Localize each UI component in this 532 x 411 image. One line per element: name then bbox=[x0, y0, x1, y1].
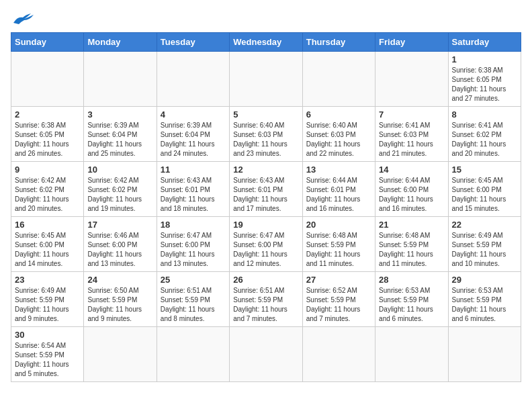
day-info: Sunrise: 6:48 AM Sunset: 5:59 PM Dayligh… bbox=[306, 231, 371, 269]
calendar-day: 18Sunrise: 6:47 AM Sunset: 6:00 PM Dayli… bbox=[157, 217, 229, 272]
calendar-week-3: 9Sunrise: 6:42 AM Sunset: 6:02 PM Daylig… bbox=[11, 162, 521, 217]
calendar-day: 23Sunrise: 6:49 AM Sunset: 5:59 PM Dayli… bbox=[11, 272, 84, 327]
header-cell-saturday: Saturday bbox=[448, 33, 521, 52]
calendar-day: 27Sunrise: 6:52 AM Sunset: 5:59 PM Dayli… bbox=[302, 272, 375, 327]
day-info: Sunrise: 6:40 AM Sunset: 6:03 PM Dayligh… bbox=[233, 121, 298, 158]
calendar-day bbox=[230, 52, 302, 107]
day-number: 3 bbox=[87, 109, 152, 120]
day-number: 1 bbox=[452, 54, 517, 64]
day-number: 22 bbox=[452, 220, 517, 230]
calendar-day: 8Sunrise: 6:41 AM Sunset: 6:02 PM Daylig… bbox=[448, 107, 521, 162]
calendar-day: 11Sunrise: 6:43 AM Sunset: 6:01 PM Dayli… bbox=[157, 162, 229, 217]
calendar-day: 12Sunrise: 6:43 AM Sunset: 6:01 PM Dayli… bbox=[230, 162, 302, 217]
calendar-day: 24Sunrise: 6:50 AM Sunset: 5:59 PM Dayli… bbox=[84, 272, 157, 327]
calendar-day bbox=[375, 52, 448, 107]
day-number: 16 bbox=[15, 220, 80, 230]
calendar-day bbox=[11, 52, 84, 107]
day-number: 2 bbox=[15, 109, 80, 120]
day-number: 23 bbox=[15, 275, 80, 285]
day-info: Sunrise: 6:51 AM Sunset: 5:59 PM Dayligh… bbox=[161, 286, 226, 324]
day-info: Sunrise: 6:39 AM Sunset: 6:04 PM Dayligh… bbox=[87, 121, 152, 158]
day-number: 10 bbox=[87, 165, 152, 175]
day-number: 13 bbox=[306, 165, 371, 175]
calendar-day: 2Sunrise: 6:38 AM Sunset: 6:05 PM Daylig… bbox=[11, 107, 84, 162]
calendar-table: SundayMondayTuesdayWednesdayThursdayFrid… bbox=[11, 32, 521, 382]
day-info: Sunrise: 6:53 AM Sunset: 5:59 PM Dayligh… bbox=[379, 286, 444, 324]
day-info: Sunrise: 6:43 AM Sunset: 6:01 PM Dayligh… bbox=[161, 176, 226, 214]
day-number: 20 bbox=[306, 220, 371, 230]
day-info: Sunrise: 6:46 AM Sunset: 6:00 PM Dayligh… bbox=[87, 231, 152, 269]
calendar-day: 26Sunrise: 6:51 AM Sunset: 5:59 PM Dayli… bbox=[230, 272, 302, 327]
logo-bird-icon bbox=[12, 11, 36, 26]
day-info: Sunrise: 6:44 AM Sunset: 6:00 PM Dayligh… bbox=[379, 176, 444, 214]
logo bbox=[11, 11, 36, 26]
calendar-day bbox=[84, 327, 157, 382]
calendar-day: 16Sunrise: 6:45 AM Sunset: 6:00 PM Dayli… bbox=[11, 217, 84, 272]
day-info: Sunrise: 6:44 AM Sunset: 6:01 PM Dayligh… bbox=[306, 176, 371, 214]
calendar-day: 17Sunrise: 6:46 AM Sunset: 6:00 PM Dayli… bbox=[84, 217, 157, 272]
calendar-day bbox=[302, 327, 375, 382]
header-cell-wednesday: Wednesday bbox=[230, 33, 302, 52]
day-number: 26 bbox=[233, 275, 298, 285]
day-number: 28 bbox=[379, 275, 444, 285]
day-info: Sunrise: 6:41 AM Sunset: 6:02 PM Dayligh… bbox=[452, 121, 517, 158]
calendar-day bbox=[375, 327, 448, 382]
calendar-day: 6Sunrise: 6:40 AM Sunset: 6:03 PM Daylig… bbox=[302, 107, 375, 162]
calendar-day: 19Sunrise: 6:47 AM Sunset: 6:00 PM Dayli… bbox=[230, 217, 302, 272]
day-info: Sunrise: 6:47 AM Sunset: 6:00 PM Dayligh… bbox=[233, 231, 298, 269]
calendar-day bbox=[157, 52, 229, 107]
day-number: 7 bbox=[379, 109, 444, 120]
day-info: Sunrise: 6:41 AM Sunset: 6:03 PM Dayligh… bbox=[379, 121, 444, 158]
day-number: 19 bbox=[233, 220, 298, 230]
day-info: Sunrise: 6:54 AM Sunset: 5:59 PM Dayligh… bbox=[15, 341, 80, 379]
header-cell-sunday: Sunday bbox=[11, 33, 84, 52]
calendar-day: 7Sunrise: 6:41 AM Sunset: 6:03 PM Daylig… bbox=[375, 107, 448, 162]
day-number: 14 bbox=[379, 165, 444, 175]
day-info: Sunrise: 6:42 AM Sunset: 6:02 PM Dayligh… bbox=[15, 176, 80, 214]
header-cell-thursday: Thursday bbox=[302, 33, 375, 52]
calendar-day: 1Sunrise: 6:38 AM Sunset: 6:05 PM Daylig… bbox=[448, 52, 521, 107]
calendar-day: 4Sunrise: 6:39 AM Sunset: 6:04 PM Daylig… bbox=[157, 107, 229, 162]
calendar-day bbox=[302, 52, 375, 107]
day-info: Sunrise: 6:38 AM Sunset: 6:05 PM Dayligh… bbox=[452, 66, 517, 103]
calendar-day: 22Sunrise: 6:49 AM Sunset: 5:59 PM Dayli… bbox=[448, 217, 521, 272]
calendar-header: SundayMondayTuesdayWednesdayThursdayFrid… bbox=[11, 33, 521, 52]
calendar-day: 29Sunrise: 6:53 AM Sunset: 5:59 PM Dayli… bbox=[448, 272, 521, 327]
calendar-week-2: 2Sunrise: 6:38 AM Sunset: 6:05 PM Daylig… bbox=[11, 107, 521, 162]
day-info: Sunrise: 6:45 AM Sunset: 6:00 PM Dayligh… bbox=[452, 176, 517, 214]
header-cell-monday: Monday bbox=[84, 33, 157, 52]
calendar-day: 20Sunrise: 6:48 AM Sunset: 5:59 PM Dayli… bbox=[302, 217, 375, 272]
calendar-day: 25Sunrise: 6:51 AM Sunset: 5:59 PM Dayli… bbox=[157, 272, 229, 327]
calendar-day: 13Sunrise: 6:44 AM Sunset: 6:01 PM Dayli… bbox=[302, 162, 375, 217]
day-info: Sunrise: 6:42 AM Sunset: 6:02 PM Dayligh… bbox=[87, 176, 152, 214]
day-info: Sunrise: 6:53 AM Sunset: 5:59 PM Dayligh… bbox=[452, 286, 517, 324]
day-number: 17 bbox=[87, 220, 152, 230]
calendar-body: 1Sunrise: 6:38 AM Sunset: 6:05 PM Daylig… bbox=[11, 52, 521, 382]
calendar-week-4: 16Sunrise: 6:45 AM Sunset: 6:00 PM Dayli… bbox=[11, 217, 521, 272]
day-info: Sunrise: 6:50 AM Sunset: 5:59 PM Dayligh… bbox=[87, 286, 152, 324]
header-cell-tuesday: Tuesday bbox=[157, 33, 229, 52]
day-number: 4 bbox=[161, 109, 226, 120]
calendar-week-1: 1Sunrise: 6:38 AM Sunset: 6:05 PM Daylig… bbox=[11, 52, 521, 107]
day-info: Sunrise: 6:38 AM Sunset: 6:05 PM Dayligh… bbox=[15, 121, 80, 158]
day-info: Sunrise: 6:49 AM Sunset: 5:59 PM Dayligh… bbox=[15, 286, 80, 324]
day-number: 5 bbox=[233, 109, 298, 120]
day-number: 6 bbox=[306, 109, 371, 120]
calendar-day bbox=[230, 327, 302, 382]
day-info: Sunrise: 6:52 AM Sunset: 5:59 PM Dayligh… bbox=[306, 286, 371, 324]
calendar-week-6: 30Sunrise: 6:54 AM Sunset: 5:59 PM Dayli… bbox=[11, 327, 521, 382]
day-number: 25 bbox=[161, 275, 226, 285]
day-info: Sunrise: 6:39 AM Sunset: 6:04 PM Dayligh… bbox=[161, 121, 226, 158]
day-info: Sunrise: 6:51 AM Sunset: 5:59 PM Dayligh… bbox=[233, 286, 298, 324]
calendar-day: 21Sunrise: 6:48 AM Sunset: 5:59 PM Dayli… bbox=[375, 217, 448, 272]
day-number: 29 bbox=[452, 275, 517, 285]
day-number: 11 bbox=[161, 165, 226, 175]
calendar-day bbox=[448, 327, 521, 382]
day-info: Sunrise: 6:43 AM Sunset: 6:01 PM Dayligh… bbox=[233, 176, 298, 214]
day-info: Sunrise: 6:45 AM Sunset: 6:00 PM Dayligh… bbox=[15, 231, 80, 269]
calendar-day: 5Sunrise: 6:40 AM Sunset: 6:03 PM Daylig… bbox=[230, 107, 302, 162]
calendar-week-5: 23Sunrise: 6:49 AM Sunset: 5:59 PM Dayli… bbox=[11, 272, 521, 327]
day-number: 27 bbox=[306, 275, 371, 285]
calendar-day: 14Sunrise: 6:44 AM Sunset: 6:00 PM Dayli… bbox=[375, 162, 448, 217]
header-cell-friday: Friday bbox=[375, 33, 448, 52]
